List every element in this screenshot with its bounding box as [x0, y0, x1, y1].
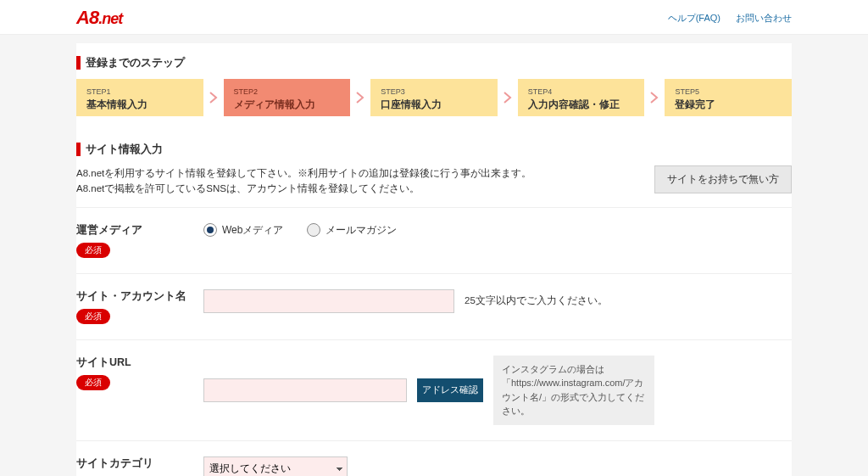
step-number: STEP4 [528, 87, 635, 96]
chevron-right-icon [353, 91, 367, 104]
desc-line1: A8.netを利用するサイト情報を登録して下さい。※利用サイトの追加は登録後に行… [76, 168, 531, 178]
step-5: STEP5 登録完了 [665, 79, 792, 116]
radio-dot-icon [203, 223, 217, 237]
contact-link[interactable]: お問い合わせ [736, 12, 792, 25]
radio-web-media[interactable]: Webメディア [203, 223, 283, 238]
chevron-right-icon [648, 91, 661, 104]
form-title: サイト情報入力 [86, 142, 163, 157]
steps-title: 登録までのステップ [86, 55, 185, 70]
radio-mail-magazine[interactable]: メールマガジン [307, 223, 397, 238]
step-number: STEP5 [675, 87, 782, 96]
step-number: STEP2 [234, 87, 341, 96]
row-category: サイトカテゴリ 必須 選択してください [76, 440, 792, 476]
desc-line2: A8.netで掲載を許可しているSNSは、アカウント情報を登録してください。 [76, 183, 420, 193]
field-label-category: サイトカテゴリ [76, 456, 203, 471]
no-site-button[interactable]: サイトをお持ちで無い方 [654, 165, 792, 193]
help-faq-link[interactable]: ヘルプ(FAQ) [668, 12, 721, 25]
steps-heading: 登録までのステップ [76, 43, 792, 79]
media-radio-group: Webメディア メールマガジン [203, 223, 397, 238]
site-name-input[interactable] [203, 289, 454, 313]
step-2: STEP2 メディア情報入力 [224, 79, 351, 116]
form-description: A8.netを利用するサイト情報を登録して下さい。※利用サイトの追加は登録後に行… [76, 165, 531, 197]
step-label: 登録完了 [675, 98, 715, 110]
radio-label: Webメディア [222, 223, 283, 238]
required-badge: 必須 [76, 243, 110, 258]
radio-dot-icon [307, 223, 320, 237]
step-label: 基本情報入力 [86, 98, 147, 110]
chevron-right-icon [501, 91, 515, 104]
check-address-button[interactable]: アドレス確認 [417, 378, 483, 402]
step-label: 口座情報入力 [381, 98, 442, 110]
step-indicator: STEP1 基本情報入力 STEP2 メディア情報入力 STEP3 口座情報入力… [76, 79, 792, 130]
category-select[interactable]: 選択してください [203, 456, 348, 476]
step-1: STEP1 基本情報入力 [76, 79, 203, 116]
step-number: STEP1 [86, 87, 193, 96]
step-number: STEP3 [381, 87, 487, 96]
header-links: ヘルプ(FAQ) お問い合わせ [668, 12, 792, 25]
heading-bar-icon [76, 143, 81, 156]
row-media: 運営メディア 必須 Webメディア メールマガジン [76, 207, 792, 273]
required-badge: 必須 [76, 375, 110, 390]
logo: A8.net [76, 7, 122, 29]
row-site-url: サイトURL 必須 アドレス確認 インスタグラムの場合は「https://www… [76, 339, 792, 440]
row-site-name: サイト・アカウント名 必須 25文字以内でご入力ください。 [76, 273, 792, 339]
site-url-input[interactable] [203, 378, 407, 402]
field-label-media: 運営メディア [76, 223, 203, 238]
site-url-hint: インスタグラムの場合は「https://www.instagram.com/アカ… [493, 356, 654, 425]
step-3: STEP3 口座情報入力 [370, 79, 498, 116]
field-label-site-url: サイトURL [76, 356, 203, 370]
radio-label: メールマガジン [326, 223, 397, 238]
step-4: STEP4 入力内容確認・修正 [518, 79, 645, 116]
field-label-site-name: サイト・アカウント名 [76, 289, 203, 304]
heading-bar-icon [76, 56, 81, 70]
chevron-right-icon [207, 91, 220, 104]
form: 運営メディア 必須 Webメディア メールマガジン [76, 204, 792, 476]
site-name-hint: 25文字以内でご入力ください。 [465, 294, 608, 307]
form-heading: サイト情報入力 [76, 130, 792, 165]
header: A8.net ヘルプ(FAQ) お問い合わせ [0, 0, 868, 35]
required-badge: 必須 [76, 309, 110, 324]
step-label: 入力内容確認・修正 [528, 98, 620, 110]
step-label: メディア情報入力 [234, 98, 315, 110]
